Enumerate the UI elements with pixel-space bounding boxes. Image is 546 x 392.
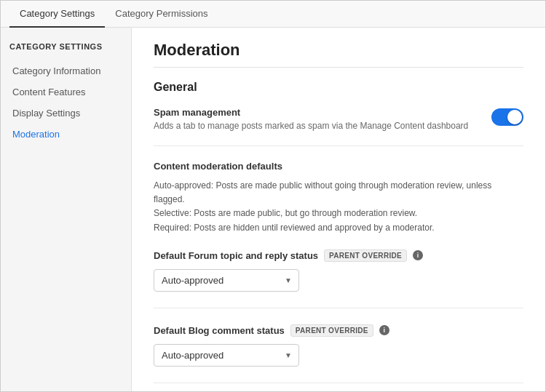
parent-override-badge-blog: PARENT OVERRIDE [290, 324, 373, 337]
blog-comment-select-wrapper: Auto-approved Selective Required ▼ [154, 344, 299, 367]
spam-management-row: Spam management Adds a tab to manage pos… [154, 107, 523, 146]
moderation-defaults-descriptions: Auto-approved: Posts are made public wit… [154, 179, 523, 235]
field-blog-comment-label-row: Default Blog comment status PARENT OVERR… [154, 324, 523, 337]
spam-management-text: Spam management Adds a tab to manage pos… [154, 107, 468, 131]
desc-required: Required: Posts are hidden until reviewe… [154, 223, 435, 233]
toggle-knob [507, 110, 522, 124]
info-icon-blog[interactable]: i [379, 325, 389, 335]
field-blog-comment: Default Blog comment status PARENT OVERR… [154, 324, 523, 383]
info-icon-forum[interactable]: i [413, 250, 423, 260]
field-blog-comment-label: Default Blog comment status [154, 325, 285, 336]
field-forum-topic: Default Forum topic and reply status PAR… [154, 249, 523, 308]
spam-management-description: Adds a tab to manage posts marked as spa… [154, 121, 468, 131]
desc-auto-approved: Auto-approved: Posts are made public wit… [154, 180, 491, 204]
sidebar-item-display-settings[interactable]: Display Settings [9, 103, 122, 123]
field-forum-topic-label-row: Default Forum topic and reply status PAR… [154, 249, 523, 262]
main-content: Moderation General Spam management Adds … [132, 28, 545, 391]
parent-override-badge-forum: PARENT OVERRIDE [324, 249, 407, 262]
sidebar-item-category-information[interactable]: Category Information [9, 61, 122, 81]
tab-category-settings[interactable]: Category Settings [9, 1, 105, 28]
sidebar-heading: CATEGORY SETTINGS [9, 42, 122, 51]
top-nav: Category Settings Category Permissions [1, 1, 545, 28]
sidebar-item-moderation[interactable]: Moderation [9, 124, 122, 144]
field-forum-topic-label: Default Forum topic and reply status [154, 250, 318, 261]
section-title: General [154, 81, 523, 94]
desc-selective: Selective: Posts are made public, but go… [154, 208, 417, 218]
spam-management-toggle[interactable] [491, 108, 523, 126]
spam-management-label: Spam management [154, 107, 468, 118]
tab-category-permissions[interactable]: Category Permissions [105, 1, 218, 28]
sidebar: CATEGORY SETTINGS Category Information C… [1, 28, 132, 391]
page-title: Moderation [154, 28, 523, 68]
moderation-defaults-section: Content moderation defaults Auto-approve… [154, 161, 523, 235]
forum-topic-select-wrapper: Auto-approved Selective Required ▼ [154, 269, 299, 292]
blog-comment-select[interactable]: Auto-approved Selective Required [154, 344, 299, 367]
moderation-defaults-title: Content moderation defaults [154, 161, 523, 172]
forum-topic-select[interactable]: Auto-approved Selective Required [154, 269, 299, 292]
sidebar-item-content-features[interactable]: Content Features [9, 82, 122, 102]
